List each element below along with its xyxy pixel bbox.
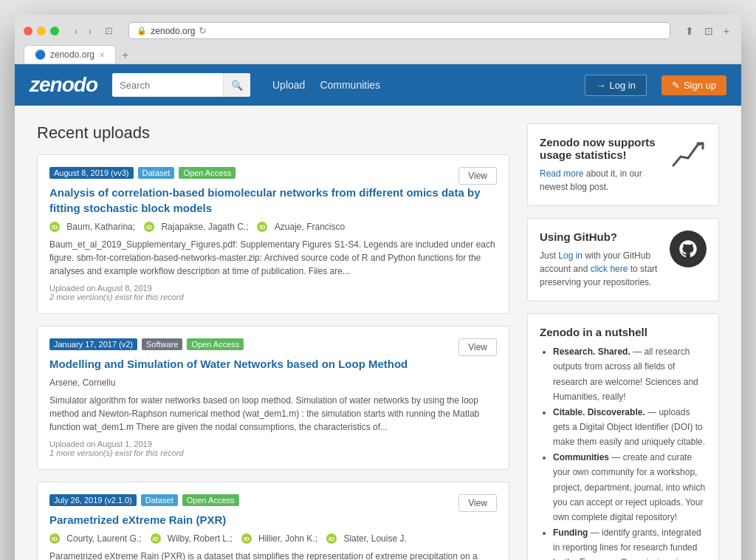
orcid-icon: iD — [151, 533, 161, 544]
tab-favicon: 🔵 — [35, 49, 46, 60]
author-name: Rajapakse, Jagath C.; — [161, 222, 248, 232]
signup-icon: ✎ — [672, 80, 680, 91]
version-note-1: 1 more version(s) exist for this record — [49, 448, 497, 457]
share-button[interactable]: ⬆ — [682, 24, 697, 38]
type-badge: Software — [142, 338, 182, 350]
author-name: Hillier, John K.; — [258, 533, 317, 544]
list-item: Citable. Discoverable. — uploads gets a … — [553, 405, 707, 450]
lock-icon: 🔒 — [137, 26, 147, 35]
view-button-2[interactable]: View — [458, 494, 497, 512]
new-tab-button[interactable]: + — [117, 49, 133, 62]
author-name: Arsene, Corneliu — [49, 378, 115, 388]
navbar: zenodo 🔍 Upload Communities → Log in ✎ S… — [15, 64, 741, 106]
zenodo-logo[interactable]: zenodo — [30, 73, 97, 97]
tab-label: zenodo.org — [50, 49, 94, 60]
search-button[interactable]: 🔍 — [223, 73, 250, 97]
page-title: Recent uploads — [37, 123, 509, 143]
author-name: Azuaje, Francisco — [275, 222, 345, 232]
search-input[interactable] — [112, 73, 223, 97]
author: Arsene, Corneliu — [49, 378, 115, 388]
orcid-icon: iD — [241, 533, 252, 544]
list-item: Communities — create and curate your own… — [553, 450, 707, 525]
trend-icon-container — [670, 136, 707, 176]
date-badge: July 26, 2019 (v2.1.0) — [49, 494, 137, 506]
active-tab[interactable]: 🔵 zenodo.org ✕ — [24, 45, 116, 64]
orcid-icon: iD — [257, 222, 267, 232]
upload-date-1: Uploaded on August 1, 2019 — [49, 440, 497, 448]
maximize-button[interactable] — [50, 27, 59, 35]
record-desc-0: Baum_et_al_2019_Supplementary_Figures.pd… — [49, 238, 497, 278]
access-badge: Open Access — [187, 338, 244, 350]
date-badge: August 8, 2019 (vv3) — [49, 167, 134, 179]
github-card: Using GitHub? Just Log in with your GitH… — [527, 218, 719, 301]
sidebar: Zenodo now supports usage statistics! Re… — [527, 123, 719, 560]
record-card: January 17, 2017 (v2) Software Open Acce… — [37, 326, 509, 470]
new-tab-plus[interactable]: + — [721, 24, 732, 38]
bookmark-button[interactable]: ⊡ — [701, 24, 716, 38]
minimize-button[interactable] — [37, 27, 46, 35]
record-footer-1: Uploaded on August 1, 2019 1 more versio… — [49, 440, 497, 457]
record-meta: July 26, 2019 (v2.1.0) Dataset Open Acce… — [49, 494, 497, 506]
record-title-2[interactable]: Parametrized eXtreme Rain (PXR) — [49, 512, 497, 527]
author-name: Courty, Laurent G.; — [66, 533, 141, 544]
orcid-icon: iD — [144, 222, 154, 232]
author-name: Slater, Louise J. — [343, 533, 406, 544]
github-click-link[interactable]: click here — [591, 264, 628, 274]
nutshell-list: Research. Shared. — all research outputs… — [540, 344, 707, 560]
usage-stats-card: Zenodo now supports usage statistics! Re… — [527, 123, 719, 206]
access-badge: Open Access — [179, 167, 236, 179]
version-note-0: 2 more version(s) exist for this record — [49, 293, 497, 301]
author: iD Rajapakse, Jagath C.; — [144, 222, 248, 232]
author: iD Azuaje, Francisco — [257, 222, 345, 232]
login-icon: → — [596, 80, 605, 91]
type-badge: Dataset — [141, 494, 178, 506]
signup-label: Sign up — [684, 80, 716, 91]
record-title-1[interactable]: Modelling and Simulation of Water Networ… — [49, 356, 497, 372]
record-authors-1: Arsene, Corneliu — [49, 378, 497, 388]
author-name: Wilby, Robert L.; — [168, 533, 233, 544]
record-title-0[interactable]: Analysis of correlation-based biomolecul… — [49, 185, 497, 216]
reader-button[interactable]: ⊡ — [101, 24, 117, 38]
github-icon-container — [670, 231, 707, 267]
github-login-link[interactable]: Log in — [558, 250, 583, 261]
record-authors-2: iD Courty, Laurent G.; iD Wilby, Robert … — [49, 533, 497, 544]
author: iD Courty, Laurent G.; — [49, 533, 142, 544]
url-text: zenodo.org — [151, 26, 195, 36]
date-badge: January 17, 2017 (v2) — [49, 338, 137, 350]
author: iD Hillier, John K.; — [241, 533, 317, 544]
orcid-icon: iD — [49, 222, 60, 232]
communities-link[interactable]: Communities — [320, 79, 380, 91]
record-card: August 8, 2019 (vv3) Dataset Open Access… — [37, 154, 509, 314]
github-icon — [670, 231, 707, 267]
orcid-icon: iD — [49, 533, 60, 544]
back-button[interactable]: ‹ — [71, 24, 82, 38]
search-form: 🔍 — [112, 73, 250, 97]
nutshell-card: Zenodo in a nutshell Research. Shared. —… — [527, 313, 719, 560]
forward-button[interactable]: › — [85, 24, 96, 38]
login-label: Log in — [609, 80, 635, 91]
nutshell-title: Zenodo in a nutshell — [540, 326, 707, 338]
author-name: Baum, Katharina; — [66, 222, 135, 232]
access-badge: Open Access — [182, 494, 239, 506]
signup-button[interactable]: ✎ Sign up — [662, 75, 726, 95]
address-bar: 🔒 zenodo.org ↻ — [128, 22, 670, 39]
read-more-link[interactable]: Read more — [540, 168, 583, 179]
tab-close-button[interactable]: ✕ — [99, 51, 105, 59]
type-badge: Dataset — [138, 167, 175, 179]
upload-link[interactable]: Upload — [272, 79, 305, 91]
author: iD Baum, Katharina; — [49, 222, 135, 232]
login-button[interactable]: → Log in — [585, 75, 646, 96]
record-desc-1: Simulator algorithm for water networks b… — [49, 394, 497, 434]
nav-links: Upload Communities — [272, 79, 380, 91]
list-item: Funding — identify grants, integrated in… — [553, 525, 707, 560]
view-button-1[interactable]: View — [458, 338, 497, 356]
trend-icon — [670, 136, 707, 173]
content-left: Recent uploads August 8, 2019 (vv3) Data… — [37, 123, 509, 560]
record-footer-0: Uploaded on August 8, 2019 2 more versio… — [49, 284, 497, 301]
view-button-0[interactable]: View — [458, 167, 497, 185]
record-meta: August 8, 2019 (vv3) Dataset Open Access — [49, 167, 497, 179]
record-authors-0: iD Baum, Katharina; iD Rajapakse, Jagath… — [49, 222, 497, 232]
reload-button[interactable]: ↻ — [199, 25, 207, 36]
record-card: July 26, 2019 (v2.1.0) Dataset Open Acce… — [37, 482, 509, 560]
close-button[interactable] — [24, 27, 32, 35]
